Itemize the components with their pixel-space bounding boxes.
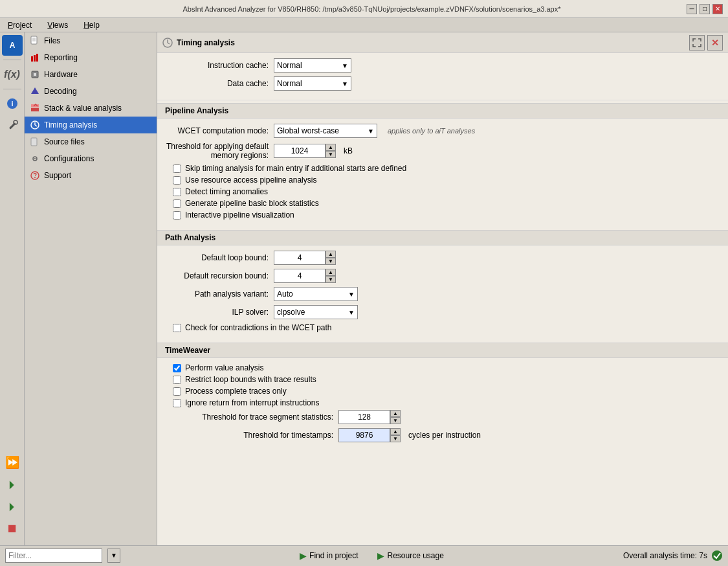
data-cache-arrow: ▼	[342, 80, 348, 87]
perform-value-label: Perform value analysis	[185, 363, 263, 372]
generate-pipeline-row: Generate pipeline basic block statistics	[165, 199, 720, 208]
default-recursion-input[interactable]	[274, 269, 325, 283]
ignore-return-checkbox[interactable]	[173, 399, 181, 407]
skip-timing-checkbox[interactable]	[173, 164, 181, 173]
wcet-dropdown[interactable]: Global worst-case ▼	[274, 124, 377, 138]
wcet-note: applies only to aiT analyses	[388, 127, 475, 135]
check-contradictions-checkbox[interactable]	[173, 324, 181, 332]
path-variant-dropdown[interactable]: Auto ▼	[274, 287, 358, 301]
svg-marker-15	[31, 87, 39, 94]
menu-views[interactable]: Views	[42, 19, 73, 31]
svg-point-23	[34, 158, 36, 159]
threshold-trace-spin-buttons: ▲ ▼	[390, 410, 401, 424]
threshold-input[interactable]	[274, 144, 325, 158]
detect-timing-checkbox[interactable]	[173, 188, 181, 196]
timing-icon	[30, 120, 40, 130]
instruction-cache-dropdown[interactable]: Normal ▼	[274, 58, 351, 73]
function-icon-btn[interactable]: f(x)	[2, 64, 23, 85]
sidebar-item-stack[interactable]: Stack & value analysis	[25, 100, 157, 117]
configurations-icon	[30, 153, 40, 164]
filter-input[interactable]	[5, 549, 102, 563]
sidebar-label-configurations: Configurations	[44, 154, 94, 163]
instruction-cache-value: Normal	[277, 61, 302, 70]
filter-dropdown-button[interactable]: ▼	[107, 549, 120, 563]
sidebar-item-decoding[interactable]: Decoding	[25, 83, 157, 100]
threshold-up-button[interactable]: ▲	[325, 144, 336, 151]
title-text: AbsInt Advanced Analyzer for V850/RH850:…	[57, 5, 687, 13]
sidebar-item-support[interactable]: Support	[25, 167, 157, 184]
default-recursion-down-button[interactable]: ▼	[325, 276, 336, 283]
pipeline-section-header: Pipeline Analysis	[157, 103, 728, 119]
resource-usage-button[interactable]: ▶ Resource usage	[373, 549, 448, 563]
sidebar-label-reporting: Reporting	[44, 53, 78, 62]
threshold-trace-up-button[interactable]: ▲	[390, 410, 401, 417]
close-button[interactable]: ✕	[712, 4, 723, 14]
status-area: Overall analysis time: 7s	[623, 550, 723, 561]
interactive-pipeline-checkbox[interactable]	[173, 211, 181, 220]
ignore-return-label: Ignore return from interrupt instruction…	[185, 398, 319, 407]
restrict-loop-label: Restrict loop bounds with trace results	[185, 375, 316, 384]
use-resource-checkbox[interactable]	[173, 176, 181, 185]
default-recursion-up-button[interactable]: ▲	[325, 269, 336, 276]
ilp-solver-value: clpsolve	[277, 308, 305, 317]
sidebar-label-sourcefiles: Source files	[44, 137, 85, 146]
content-header: Timing analysis ✕	[157, 32, 728, 53]
info-icon-btn[interactable]: i	[2, 93, 23, 114]
threshold-timestamps-down-button[interactable]: ▼	[390, 435, 401, 442]
minimize-button[interactable]: ─	[687, 4, 697, 14]
threshold-timestamps-up-button[interactable]: ▲	[390, 428, 401, 435]
sidebar-item-configurations[interactable]: Configurations	[25, 150, 157, 167]
perform-value-checkbox[interactable]	[173, 364, 181, 372]
generate-pipeline-label: Generate pipeline basic block statistics	[185, 199, 319, 208]
svg-rect-11	[34, 55, 36, 62]
bottom-center: ▶ Find in project ▶ Resource usage	[295, 549, 448, 563]
sidebar-label-hardware: Hardware	[44, 70, 78, 79]
ilp-solver-dropdown[interactable]: clpsolve ▼	[274, 305, 358, 319]
ilp-solver-label: ILP solver:	[165, 308, 269, 317]
data-cache-dropdown[interactable]: Normal ▼	[274, 76, 351, 91]
generate-pipeline-checkbox[interactable]	[173, 199, 181, 208]
run-fast-button[interactable]: ⏩	[2, 452, 23, 473]
default-loop-down-button[interactable]: ▼	[325, 258, 336, 265]
threshold-trace-label: Threshold for trace segment statistics:	[165, 413, 333, 422]
expand-button[interactable]	[689, 35, 705, 51]
threshold-timestamps-input[interactable]	[338, 428, 390, 442]
stop-button[interactable]: ⏹	[2, 518, 23, 539]
threshold-down-button[interactable]: ▼	[325, 151, 336, 158]
status-icon	[711, 550, 723, 561]
close-content-button[interactable]: ✕	[707, 35, 723, 51]
svg-rect-21	[31, 138, 37, 146]
run-button[interactable]: ⏵	[2, 474, 23, 495]
clock-icon	[162, 38, 173, 48]
menu-project[interactable]: Project	[3, 19, 37, 31]
restrict-loop-checkbox[interactable]	[173, 376, 181, 384]
resource-usage-label: Resource usage	[387, 551, 443, 560]
path-variant-row: Path analysis variant: Auto ▼	[165, 287, 720, 301]
svg-line-28	[168, 43, 170, 44]
detect-timing-label: Detect timing anomalies	[185, 187, 268, 196]
threshold-trace-input[interactable]	[338, 410, 390, 424]
threshold-timestamps-spin-buttons: ▲ ▼	[390, 428, 401, 442]
svg-rect-12	[36, 54, 38, 62]
run-step-button[interactable]: ⏵	[2, 496, 23, 517]
maximize-button[interactable]: □	[700, 4, 710, 14]
sidebar-item-files[interactable]: Files	[25, 32, 157, 49]
sourcefiles-icon	[30, 137, 40, 147]
threshold-trace-row: Threshold for trace segment statistics: …	[165, 410, 720, 424]
default-loop-up-button[interactable]: ▲	[325, 251, 336, 258]
find-in-project-button[interactable]: ▶ Find in project	[295, 549, 362, 563]
sidebar-item-reporting[interactable]: Reporting	[25, 49, 157, 66]
path-variant-label: Path analysis variant:	[165, 289, 269, 299]
menu-help[interactable]: Help	[78, 19, 105, 31]
default-loop-input[interactable]	[274, 251, 325, 265]
wrench-icon-btn[interactable]	[2, 115, 23, 136]
sidebar-item-sourcefiles[interactable]: Source files	[25, 133, 157, 150]
sidebar-item-timing[interactable]: Timing analysis	[25, 117, 157, 133]
threshold-trace-down-button[interactable]: ▼	[390, 417, 401, 424]
threshold-label: Threshold for applying default memory re…	[165, 142, 269, 160]
restrict-loop-row: Restrict loop bounds with trace results	[165, 375, 720, 384]
form-area[interactable]: Instruction cache: Normal ▼ Data cache: …	[157, 53, 728, 545]
sidebar-item-hardware[interactable]: Hardware	[25, 66, 157, 83]
process-complete-checkbox[interactable]	[173, 387, 181, 396]
threshold-unit: kB	[344, 146, 353, 155]
